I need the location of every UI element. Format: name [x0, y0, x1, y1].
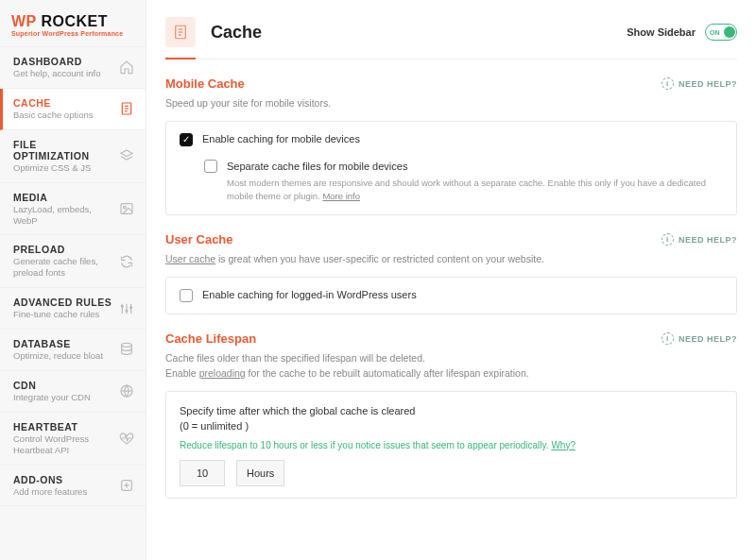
- svg-marker-4: [121, 150, 132, 157]
- nav-title: FILE OPTIMIZATION: [13, 139, 113, 161]
- nav-title: HEARTBEAT: [13, 421, 113, 433]
- sidebar-item-media[interactable]: MEDIALazyLoad, embeds, WebP: [0, 183, 146, 236]
- sidebar-item-cdn[interactable]: CDNIntegrate your CDN: [0, 371, 146, 413]
- section-title: Cache Lifespan: [165, 331, 256, 346]
- nav-sub: Basic cache options: [13, 110, 94, 121]
- nav-title: PRELOAD: [13, 244, 113, 255]
- nav-title: DASHBOARD: [13, 56, 100, 67]
- need-help-button[interactable]: iNEED HELP?: [662, 233, 737, 246]
- sidebar-item-file-optimization[interactable]: FILE OPTIMIZATIONOptimize CSS & JS: [0, 130, 146, 183]
- nav-sub: Add more features: [13, 486, 87, 498]
- heart-icon: [119, 431, 134, 446]
- section-user-cache: User Cache iNEED HELP? User cache is gre…: [165, 232, 737, 314]
- section-cache-lifespan: Cache Lifespan iNEED HELP? Cache files o…: [165, 331, 737, 499]
- user-cache-link[interactable]: User cache: [165, 253, 215, 264]
- nav-sub: LazyLoad, embeds, WebP: [13, 204, 113, 227]
- doc-icon: [119, 101, 134, 116]
- page-title: Cache: [211, 23, 262, 42]
- sidebar-item-cache[interactable]: CACHEBasic cache options: [0, 89, 146, 130]
- database-icon: [119, 342, 134, 357]
- nav-title: ADVANCED RULES: [13, 297, 112, 308]
- layers-icon: [119, 148, 134, 163]
- nav-sub: Optimize, reduce bloat: [13, 350, 103, 362]
- user-cache-panel: Enable caching for logged-in WordPress u…: [165, 277, 737, 314]
- nav-sub: Control WordPress Heartbeat API: [13, 433, 113, 456]
- sidebar-item-advanced-rules[interactable]: ADVANCED RULESFine-tune cache rules: [0, 288, 146, 330]
- checkbox-label: Enable caching for logged-in WordPress u…: [202, 289, 417, 300]
- toggle-knob: [724, 26, 735, 38]
- mobile-cache-panel: ✓ Enable caching for mobile devices Sepa…: [165, 121, 737, 216]
- more-info-link[interactable]: More info: [322, 191, 360, 201]
- help-icon: i: [662, 332, 674, 345]
- nav-title: CACHE: [13, 97, 94, 109]
- checkbox-enable-mobile-cache[interactable]: ✓: [180, 133, 193, 146]
- section-mobile-cache: Mobile Cache iNEED HELP? Speed up your s…: [165, 76, 737, 215]
- svg-rect-5: [121, 204, 132, 214]
- need-help-button[interactable]: iNEED HELP?: [662, 332, 737, 345]
- sidebar-item-heartbeat[interactable]: HEARTBEATControl WordPress Heartbeat API: [0, 413, 146, 466]
- plus-icon: [119, 478, 134, 493]
- nav-title: MEDIA: [13, 192, 113, 203]
- sidebar-item-dashboard[interactable]: DASHBOARDGet help, account info: [0, 47, 146, 89]
- section-desc: Cache files older than the specified lif…: [165, 351, 737, 382]
- need-help-label: NEED HELP?: [679, 79, 737, 89]
- nav-sub: Optimize CSS & JS: [13, 162, 113, 174]
- logo: WP ROCKET Superior WordPress Performance: [0, 0, 146, 47]
- need-help-label: NEED HELP?: [679, 235, 737, 245]
- sidebar-item-database[interactable]: DATABASEOptimize, reduce bloat: [0, 330, 146, 371]
- nav-sub: Integrate your CDN: [13, 392, 91, 403]
- why-link[interactable]: Why?: [551, 440, 576, 450]
- logo-wp: WP: [11, 13, 36, 29]
- svg-point-13: [122, 344, 132, 348]
- lifespan-unit-select[interactable]: Hours: [236, 460, 284, 486]
- nav-sub: Get help, account info: [13, 68, 100, 79]
- toggle-on-text: ON: [707, 29, 720, 36]
- image-icon: [119, 201, 134, 216]
- checkbox-desc: Most modern themes are responsive and sh…: [227, 177, 723, 204]
- lifespan-tip: Reduce lifespan to 10 hours or less if y…: [180, 440, 723, 450]
- lifespan-panel: Specify time after which the global cach…: [165, 391, 737, 499]
- sidebar-item-preload[interactable]: PRELOADGenerate cache files, preload fon…: [0, 235, 146, 288]
- show-sidebar-toggle[interactable]: ON: [705, 24, 737, 41]
- logo-tagline: Superior WordPress Performance: [11, 30, 123, 37]
- section-title: Mobile Cache: [165, 76, 245, 91]
- sidebar-item-addons[interactable]: ADD-ONSAdd more features: [0, 466, 146, 507]
- sliders-icon: [119, 301, 134, 316]
- section-desc: User cache is great when you have user-s…: [165, 252, 737, 267]
- checkbox-separate-mobile-cache[interactable]: [204, 160, 217, 173]
- section-desc: Speed up your site for mobile visitors.: [165, 96, 737, 111]
- refresh-icon: [119, 254, 134, 269]
- checkbox-enable-user-cache[interactable]: [180, 289, 193, 302]
- show-sidebar-label: Show Sidebar: [627, 26, 696, 38]
- preloading-link[interactable]: preloading: [199, 367, 246, 379]
- nav-title: DATABASE: [13, 338, 103, 349]
- need-help-button[interactable]: iNEED HELP?: [662, 77, 737, 90]
- globe-icon: [119, 383, 134, 399]
- help-icon: i: [662, 233, 674, 246]
- page-header: Cache Show Sidebar ON: [165, 0, 737, 59]
- checkbox-label: Separate cache files for mobile devices: [227, 161, 407, 172]
- logo-rocket: ROCKET: [41, 13, 108, 29]
- need-help-label: NEED HELP?: [679, 334, 737, 344]
- checkbox-label: Enable caching for mobile devices: [202, 133, 360, 144]
- nav-title: CDN: [13, 380, 91, 391]
- help-icon: i: [662, 77, 674, 90]
- sidebar: WP ROCKET Superior WordPress Performance…: [0, 0, 146, 560]
- page-icon: [165, 17, 196, 47]
- home-icon: [119, 59, 134, 75]
- sidebar-nav: DASHBOARDGet help, account info CACHEBas…: [0, 47, 146, 506]
- main-content: Cache Show Sidebar ON Mobile Cache iNEED…: [146, 0, 756, 560]
- lifespan-value-input[interactable]: [180, 460, 225, 486]
- svg-point-6: [124, 206, 127, 209]
- nav-title: ADD-ONS: [13, 474, 87, 485]
- lifespan-label: Specify time after which the global cach…: [180, 403, 723, 434]
- nav-sub: Fine-tune cache rules: [13, 309, 112, 320]
- section-title: User Cache: [165, 232, 233, 246]
- nav-sub: Generate cache files, preload fonts: [13, 256, 113, 279]
